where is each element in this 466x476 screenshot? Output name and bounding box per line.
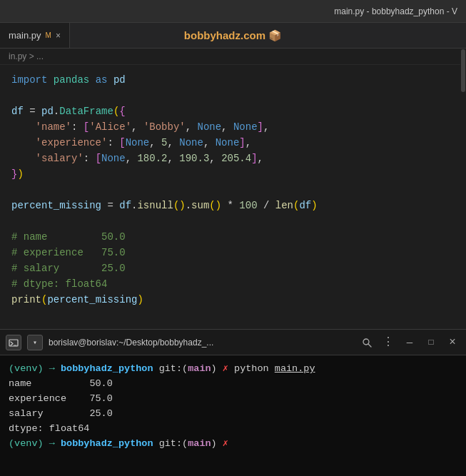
site-title: bobbyhadz.com 📦 <box>184 29 282 42</box>
code-line-8 <box>11 182 455 198</box>
code-line-13: # salary 25.0 <box>11 260 455 276</box>
more-icon: ⋮ <box>383 337 394 348</box>
code-line-4: 'name': ['Alice', 'Bobby', None, None], <box>11 119 455 135</box>
editor-tab[interactable]: main.py M × <box>0 23 70 48</box>
terminal-dropdown-button[interactable]: ▾ <box>27 335 43 350</box>
code-line-14: # dtype: float64 <box>11 276 455 292</box>
maximize-icon: □ <box>428 338 433 348</box>
terminal-line-5: dtype: float64 <box>9 421 457 436</box>
breadcrumb: in.py > ... <box>0 49 466 65</box>
terminal-new-button[interactable] <box>6 335 21 350</box>
code-line-9: percent_missing = df.isnull().sum() * 10… <box>11 198 455 213</box>
terminal-line-3: experience 75.0 <box>9 391 457 406</box>
terminal-title: borislav@borislav:~/Desktop/bobbyhadz_..… <box>49 338 353 348</box>
tab-close-button[interactable]: × <box>56 31 61 41</box>
code-line-2 <box>11 88 455 103</box>
code-line-3: df = pd.DataFrame({ <box>11 103 455 119</box>
minimize-icon: — <box>407 337 412 348</box>
breadcrumb-text: in.py > ... <box>9 51 44 61</box>
tab-name: main.py <box>9 30 41 41</box>
terminal-output: (venv) → bobbyhadz_python git:(main) ✗ p… <box>0 355 466 476</box>
title-bar-text: main.py - bobbyhadz_python - V <box>334 6 457 16</box>
terminal-more-button[interactable]: ⋮ <box>380 335 396 350</box>
terminal-panel: ▾ borislav@borislav:~/Desktop/bobbyhadz_… <box>0 329 466 476</box>
scrollbar-thumb[interactable] <box>461 49 465 92</box>
code-line-1: import pandas as pd <box>11 72 455 88</box>
code-line-12: # experience 75.0 <box>11 245 455 260</box>
terminal-minimize-button[interactable]: — <box>402 335 417 350</box>
terminal-line-6: (venv) → bobbyhadz_python git:(main) ✗ <box>9 436 457 451</box>
code-editor: import pandas as pd df = pd.DataFrame({ … <box>0 65 466 329</box>
terminal-search-button[interactable] <box>359 335 375 350</box>
terminal-tab-bar: ▾ borislav@borislav:~/Desktop/bobbyhadz_… <box>0 330 466 355</box>
terminal-maximize-button[interactable]: □ <box>423 335 439 350</box>
code-line-15: print(percent_missing) <box>11 292 455 308</box>
code-line-6: 'salary': [None, 180.2, 190.3, 205.4], <box>11 151 455 166</box>
code-line-7: }) <box>11 166 455 182</box>
terminal-line-4: salary 25.0 <box>9 406 457 421</box>
dropdown-icon: ▾ <box>33 338 37 347</box>
code-line-10 <box>11 213 455 229</box>
close-icon: × <box>449 336 456 349</box>
terminal-line-2: name 50.0 <box>9 376 457 391</box>
terminal-line-1: (venv) → bobbyhadz_python git:(main) ✗ p… <box>9 361 457 376</box>
scrollbar-track <box>460 49 466 312</box>
tab-modified-marker: M <box>46 31 51 39</box>
terminal-close-button[interactable]: × <box>445 335 460 350</box>
svg-line-2 <box>368 344 371 347</box>
code-line-5: 'experience': [None, 5, None, None], <box>11 135 455 151</box>
code-line-11: # name 50.0 <box>11 229 455 245</box>
title-bar: main.py - bobbyhadz_python - V <box>0 0 466 23</box>
tab-bar: main.py M × bobbyhadz.com 📦 <box>0 23 466 49</box>
